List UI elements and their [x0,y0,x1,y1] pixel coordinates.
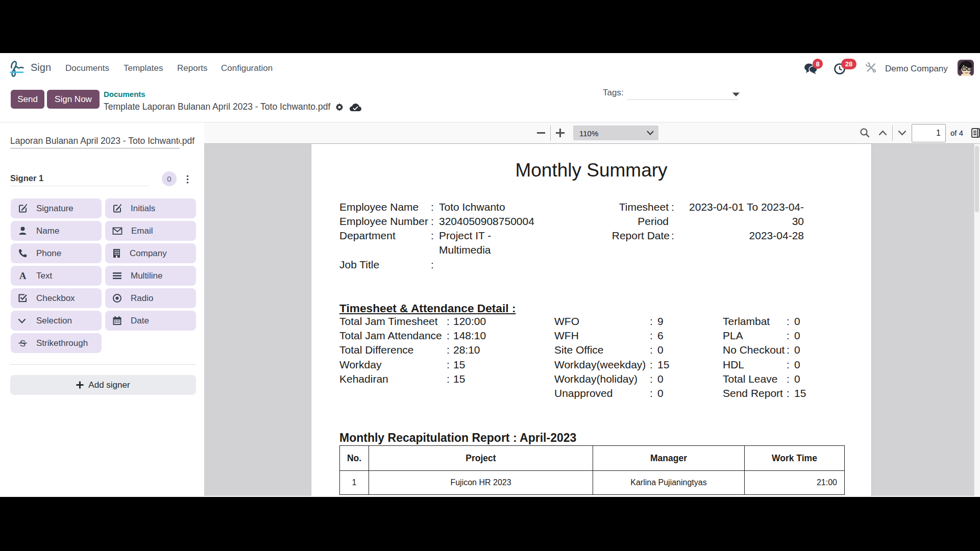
svg-text:A: A [19,271,27,281]
